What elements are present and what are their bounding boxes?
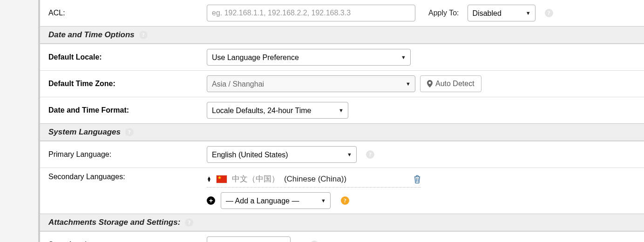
help-icon[interactable]: ? <box>341 196 349 205</box>
section-title: Attachments Storage and Settings: <box>48 218 180 227</box>
datetime-format-label: Date and Time Format: <box>48 106 207 114</box>
default-timezone-label: Default Time Zone: <box>48 80 207 88</box>
apply-to-select[interactable]: Disabled <box>468 5 536 21</box>
auto-detect-label: Auto Detect <box>435 80 475 88</box>
primary-language-label: Primary Language: <box>48 150 207 159</box>
apply-to-label: Apply To: <box>428 9 459 17</box>
secondary-languages-row: Secondary Languages: ▲▼ 中文（中国） (Chinese … <box>40 168 644 214</box>
datetime-format-select[interactable]: Locale Defaults, 24-hour Time <box>207 102 348 119</box>
default-timezone-select[interactable]: Asia / Shanghai <box>207 75 415 92</box>
acl-row: ACL: Apply To: Disabled ? <box>40 0 644 26</box>
sort-handle-icon[interactable]: ▲▼ <box>207 176 211 182</box>
default-locale-select[interactable]: Use Language Preference <box>207 49 411 66</box>
location-pin-icon <box>427 80 433 87</box>
datetime-format-row: Date and Time Format: Locale Defaults, 2… <box>40 97 644 123</box>
default-locale-row: Default Locale: Use Language Preference <box>40 44 644 70</box>
secondary-languages-label: Secondary Languages: <box>48 173 207 181</box>
acl-input[interactable] <box>207 5 415 21</box>
add-language-icon[interactable]: + <box>207 196 215 205</box>
section-header-datetime: Date and Time Options ? <box>40 26 644 44</box>
help-icon[interactable]: ? <box>125 128 134 136</box>
left-gutter <box>0 0 40 242</box>
add-language-select[interactable]: — Add a Language — <box>221 192 331 209</box>
acl-label: ACL: <box>48 9 207 17</box>
default-timezone-row: Default Time Zone: Asia / Shanghai Auto … <box>40 70 644 97</box>
flag-icon <box>216 175 227 183</box>
store-attachments-select[interactable]: In the database <box>207 236 291 242</box>
help-icon[interactable]: ? <box>366 150 374 159</box>
section-title: Date and Time Options <box>48 30 135 40</box>
section-header-attachments: Attachments Storage and Settings: ? <box>40 214 644 231</box>
language-native-name: 中文（中国） <box>232 174 279 184</box>
store-attachments-row: Store Attachments: In the database * ? <box>40 231 644 242</box>
help-icon[interactable]: ? <box>139 31 148 39</box>
language-english-name: (Chinese (China)) <box>284 175 346 184</box>
help-icon[interactable]: ? <box>545 9 553 17</box>
help-icon[interactable]: ? <box>185 218 193 227</box>
section-title: System Languages <box>48 128 121 137</box>
default-locale-label: Default Locale: <box>48 53 207 61</box>
primary-language-select[interactable]: English (United States) <box>207 146 357 163</box>
auto-detect-button[interactable]: Auto Detect <box>420 75 481 92</box>
secondary-language-item: ▲▼ 中文（中国） (Chinese (China)) <box>207 173 421 188</box>
primary-language-row: Primary Language: English (United States… <box>40 141 644 168</box>
section-header-languages: System Languages ? <box>40 123 644 141</box>
trash-icon[interactable] <box>414 175 421 183</box>
